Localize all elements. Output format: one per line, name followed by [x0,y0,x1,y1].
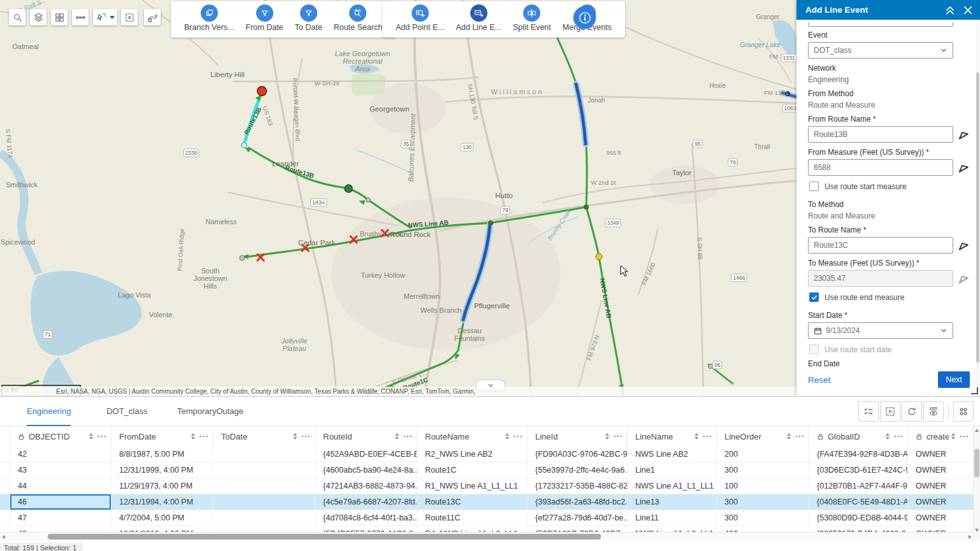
column-header-objectid[interactable]: OBJECTID··· [10,426,112,447]
next-button[interactable]: Next [938,371,970,388]
cell-create[interactable]: OWNER [908,462,974,478]
cell-routeid[interactable]: {4c5e79a6-6687-4207-8fd... [315,494,417,510]
tool-layers-button[interactable] [30,9,47,25]
reset-button[interactable]: Reset [808,375,938,385]
route-search-button[interactable]: Route Search [328,4,388,32]
cell-lineid[interactable]: {F0B7A28C-79D6-40D7-... [528,526,628,532]
cell-fromdate[interactable]: 4/7/2004, 5:00 PM [112,510,213,526]
cell-todate[interactable] [213,510,315,526]
column-menu-icon[interactable]: ··· [514,432,523,441]
cell-create[interactable]: OWNER [908,494,974,510]
sort-icon[interactable] [89,433,93,440]
cell-lineorder[interactable]: 100 [717,478,809,494]
panel-resize-handle[interactable] [971,387,978,394]
row-gutter[interactable] [0,526,10,532]
cell-objectid[interactable]: 42 [10,447,112,462]
from-route-name-input[interactable]: Route13B [808,126,953,143]
table-row[interactable]: 4312/31/1999, 4:00 PM{4600abc5-ba90-4e24… [0,462,974,478]
column-menu-icon[interactable]: ··· [199,432,209,441]
map-view[interactable]: OatmealSmithwickSpicewoodNamelessSouth J… [0,0,796,396]
cell-routeid[interactable]: {452A9ABD-E0EF-4CEB-B... [315,447,417,462]
cell-todate[interactable] [213,494,315,510]
sort-icon[interactable] [191,433,195,440]
cell-create[interactable]: OWNER [908,478,974,494]
refresh-button[interactable] [902,401,922,422]
cell-fromdate[interactable]: 8/8/1987, 5:00 PM [112,447,213,462]
cell-fromdate[interactable]: 12/31/1994, 4:00 PM [112,494,213,510]
column-menu-icon[interactable]: ··· [795,432,805,441]
cell-routename[interactable]: Route1C [417,462,528,478]
from-measure-input[interactable]: 6588 [808,159,953,176]
row-gutter[interactable] [0,510,10,526]
cell-todate[interactable] [213,447,315,462]
cell-linename[interactable]: Line13 [628,494,717,510]
cell-globalid[interactable]: {03D6EC3D-61E7-424C-9... [809,462,908,478]
cell-lineorder[interactable]: 200 [717,447,809,462]
cell-globalid[interactable]: {012B70B1-A2F7-4A4F-96... [809,478,908,494]
cell-routename[interactable]: R2_NWS Line AB2 [417,447,528,462]
tab-engineering[interactable]: Engineering [27,397,71,426]
cell-globalid[interactable]: {FA47E394-92F8-4D3B-A... [809,447,908,462]
column-header-todate[interactable]: ToDate··· [213,426,315,447]
cell-todate[interactable] [213,462,315,478]
cell-linename[interactable]: NWS Line A1_L1_LL1 [628,478,717,494]
cell-linename[interactable]: Line11 [628,510,717,526]
cell-lineorder[interactable]: 300 [717,462,809,478]
options-button[interactable] [953,401,974,422]
table-vertical-scrollbar[interactable] [973,426,980,541]
pick-to-route-on-map-button[interactable] [957,239,970,252]
split-event-button[interactable]: Split Event [507,4,557,32]
column-header-globalid[interactable]: GlobalID··· [809,426,908,447]
use-route-end-measure-checkbox[interactable]: Use route end measure [808,292,970,302]
tab-dot_class[interactable]: DOT_class [106,397,147,425]
cell-globalid[interactable]: {53080D9D-ED8B-4044-9... [809,510,908,526]
sort-icon[interactable] [505,433,509,440]
add-point-e-button[interactable]: Add Point E... [390,4,450,32]
cell-lineorder[interactable]: 300 [717,510,809,526]
column-header-fromdate[interactable]: FromDate··· [112,426,213,447]
branch-vers-button[interactable]: Branch Vers... [178,4,240,32]
sort-icon[interactable] [787,433,791,440]
column-menu-icon[interactable]: ··· [403,432,413,441]
column-header-routeid[interactable]: RouteId··· [315,426,417,447]
cell-fromdate[interactable]: 12/31/2012, 4:00 PM [112,526,213,532]
cell-lineid[interactable]: {17233217-535B-488C-82... [528,478,628,494]
column-header-lineorder[interactable]: LineOrder··· [717,426,809,447]
cell-objectid[interactable]: 48 [10,526,112,532]
cell-routeid[interactable]: {4d7084c8-6cf4-40f1-ba3... [315,510,417,526]
row-gutter[interactable] [0,494,10,510]
sort-icon[interactable] [695,433,698,440]
from-date-button[interactable]: From Date [240,4,289,32]
to-route-name-input[interactable]: Route13C [808,237,953,254]
column-menu-icon[interactable]: ··· [301,432,311,441]
cell-globalid[interactable]: {0408E0FC-5E49-48D1-A... [809,494,908,510]
row-gutter[interactable] [0,462,10,478]
row-gutter[interactable] [0,447,10,462]
column-menu-icon[interactable]: ··· [97,432,107,441]
table-horizontal-scrollbar[interactable] [0,532,974,542]
column-header-routename[interactable]: RouteName··· [417,426,528,447]
column-header-create[interactable]: create··· [908,426,974,447]
to-date-button[interactable]: To Date [289,4,328,32]
tool-measure-button[interactable] [72,9,89,25]
cell-objectid[interactable]: 44 [10,478,112,494]
panel-scrollbar[interactable] [976,23,979,389]
table-row[interactable]: 428/8/1987, 5:00 PM{452A9ABD-E0EF-4CEB-B… [0,447,974,462]
cell-create[interactable]: OWNER [908,510,974,526]
cell-linename[interactable]: NWS Line AB2 [628,447,717,462]
cell-linename[interactable]: NWS Line A1_L2_LL1 [628,526,717,532]
cell-lineid[interactable]: {55e3997d-2ffc-4e4c-9a6... [528,462,628,478]
column-header-linename[interactable]: LineName··· [628,426,717,447]
table-row[interactable]: 4812/31/2012, 4:00 PM{5D4B3E57-0770-44C8… [0,526,974,532]
close-panel-button[interactable] [962,4,974,16]
row-gutter[interactable] [0,478,10,494]
cell-routeid[interactable]: {4600abc5-ba90-4e24-8a... [315,462,417,478]
identify-info-button[interactable] [573,6,596,29]
table-row[interactable]: 474/7/2004, 5:00 PM{4d7084c8-6cf4-40f1-b… [0,510,974,526]
tool-clear-selection-button[interactable] [121,9,138,25]
cell-objectid[interactable]: 47 [10,510,112,526]
table-row[interactable]: 4612/31/1994, 4:00 PM{4c5e79a6-6687-4207… [0,494,974,510]
cell-todate[interactable] [213,526,315,532]
cell-globalid[interactable]: {98050170-B4DA-4098-9... [809,526,908,532]
cell-lineid[interactable]: {FD90A03C-9706-42BC-9... [528,447,628,462]
